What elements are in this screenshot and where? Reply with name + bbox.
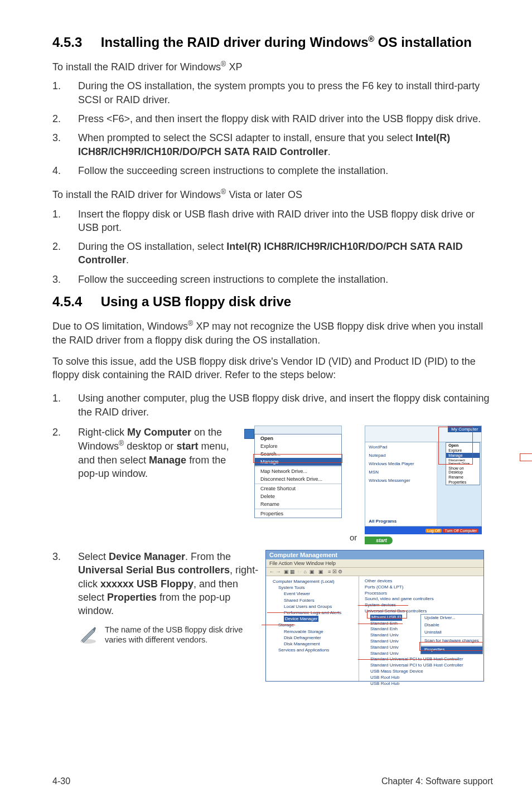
start-right-panel: Open Explore Manage Disconnect Network D…	[437, 442, 481, 526]
pen-icon	[78, 625, 98, 645]
ctx-search: Search...	[255, 450, 341, 458]
ctx-rename: Rename	[255, 500, 341, 508]
cm-usb-floppy-selected: Mtsumi USB Fl	[370, 615, 402, 621]
heading-453: 4.5.3 Installing the RAID driver during …	[52, 33, 493, 51]
para-solve: To solve this issue, add the USB floppy …	[52, 355, 493, 382]
para-vista-install: To install the RAID driver for Windows® …	[52, 187, 493, 201]
ctx-explore: Explore	[255, 442, 341, 450]
cm-title: Computer Management	[266, 550, 483, 559]
para-xp-install: To install the RAID driver for Windows® …	[52, 60, 493, 74]
chapter-label: Chapter 4: Software support	[381, 776, 493, 786]
cm-menubar: File Action View Window Help	[266, 559, 483, 568]
start-button: start	[365, 537, 393, 544]
cm-tree-left: Computer Management (Local) System Tools…	[266, 576, 359, 681]
list-steps: 1.Using another computer, plug the USB f…	[52, 392, 493, 419]
ctx-map-drive: Map Network Drive...	[255, 467, 341, 475]
list-step2: 2. Right-click My Computer on the Window…	[52, 426, 248, 480]
illustration-computer-management: Computer Management File Action View Win…	[265, 550, 484, 682]
ctx-manage: Manage	[255, 458, 341, 466]
list-step3: 3. Select Device Manager. From the Unive…	[52, 550, 259, 617]
para-limitation: Due to OS limitation, Windows® XP may no…	[52, 319, 493, 347]
cm-toolbar: ← → ▣ ▦ ☞ ⌂ ▣ ▣ ≡ ☒ ⚙	[266, 568, 483, 576]
or-label: or	[350, 533, 357, 542]
start-left-programs: WordPad Notepad Windows Media Player MSN…	[365, 442, 437, 526]
list-xp: 1.During the OS installation, the system…	[52, 79, 493, 177]
page-footer: 4-30 Chapter 4: Software support	[52, 776, 493, 786]
ctx-create-shortcut: Create Shortcut	[255, 485, 341, 492]
heading-454: 4.5.4 Using a USB floppy disk drive	[52, 293, 493, 310]
mc-submenu: Open Explore Manage Disconnect Network D…	[446, 442, 480, 485]
page-number: 4-30	[52, 776, 70, 786]
ctx-disconnect-drive: Disconnect Network Drive...	[255, 475, 341, 483]
illustration-context-menus: Open Explore Search... Manage Map Networ…	[254, 426, 493, 544]
ctx-properties: Properties	[255, 510, 341, 518]
ctx-open: Open	[255, 434, 341, 442]
cm-ctx-properties: Properties	[421, 646, 482, 654]
start-header: My Computer	[365, 426, 482, 442]
my-computer-title: My Computer	[448, 426, 481, 432]
note-text: The name of the USB floppy disk drive va…	[105, 625, 259, 646]
list-vista: 1.Insert the floppy disk or USB flash dr…	[52, 207, 493, 286]
cm-context-menu: Update Driver... Disable Uninstall Scan …	[420, 614, 483, 654]
ctx-delete: Delete	[255, 492, 341, 500]
cm-tree-right: Other devices Ports (COM & LPT) Processo…	[359, 576, 483, 681]
start-logoff-bar: Log Off Turn Off Computer	[365, 526, 482, 534]
cm-device-manager: Device Manager	[284, 616, 318, 622]
